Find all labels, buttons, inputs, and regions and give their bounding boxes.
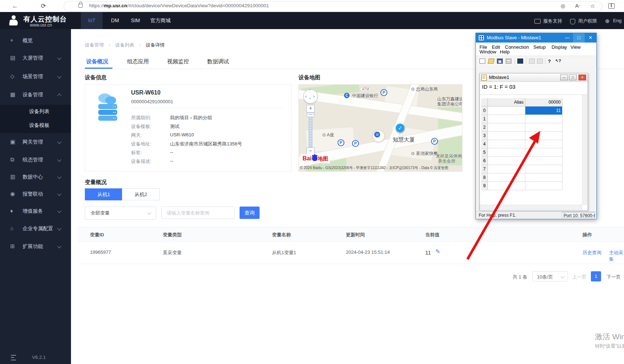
menu-view[interactable]: View: [570, 44, 581, 50]
display-mode-icon[interactable]: [517, 59, 523, 64]
save-icon[interactable]: [497, 59, 503, 64]
history-query-link[interactable]: 历史查询: [582, 249, 601, 256]
grid-value-cell[interactable]: [525, 115, 562, 123]
breadcrumb-current: 设备详情: [146, 42, 165, 48]
map-pan-control[interactable]: ˆˇ‹›: [303, 89, 318, 104]
search-button[interactable]: 查询: [240, 207, 260, 219]
variable-type-select[interactable]: 全部变量: [85, 207, 156, 220]
breadcrumb-item[interactable]: 设备管理: [85, 42, 104, 48]
context-help-icon[interactable]: ↖?: [555, 59, 561, 64]
tab-device-overview[interactable]: 设备概况: [86, 58, 108, 65]
grid-alias-cell[interactable]: [488, 165, 525, 173]
nav-tab-iot[interactable]: IoT: [81, 12, 103, 29]
grid-alias-cell[interactable]: [488, 132, 525, 140]
grid-value-cell[interactable]: [525, 182, 562, 190]
menu-help[interactable]: Help: [500, 49, 510, 55]
split-screen-icon[interactable]: [608, 3, 615, 9]
location-pin-icon[interactable]: ◎: [561, 0, 565, 12]
map-zoom-slider[interactable]: [309, 117, 312, 147]
sidebar-item-企业专属配置[interactable]: ⌂企业专属配置: [0, 225, 71, 232]
grid-value-cell[interactable]: [525, 173, 562, 182]
child-title-bar[interactable]: Mbslave1 — □ ✕: [480, 73, 588, 82]
log-icon[interactable]: [537, 59, 543, 64]
grid-value-cell[interactable]: [525, 132, 562, 140]
grid-alias-cell[interactable]: [488, 182, 525, 190]
language-switch[interactable]: Eng: [613, 18, 621, 23]
user-permission-link[interactable]: 用户权限: [578, 18, 597, 24]
breadcrumb-item[interactable]: 设备列表: [115, 42, 134, 48]
grid-alias-cell[interactable]: [488, 173, 525, 182]
child-minimize-button[interactable]: —: [560, 75, 568, 80]
sidebar-item-网关管理[interactable]: ▣网关管理: [0, 139, 71, 146]
grid-alias-cell[interactable]: [488, 157, 525, 165]
url-text[interactable]: https://mp.usr.cn/#/cloud/device/ViewDev…: [89, 3, 269, 8]
sidebar-item-概览[interactable]: ⌖概览: [0, 37, 71, 44]
sidebar-item-设备管理[interactable]: ▦设备管理: [0, 91, 71, 99]
service-support-link[interactable]: 服务支持: [543, 18, 562, 24]
modbus-title-bar[interactable]: Modbus Slave - Mbslave1 — □ ✕: [476, 33, 596, 43]
grid-value-cell[interactable]: [525, 165, 562, 173]
grid-value-cell[interactable]: [525, 123, 562, 132]
variable-search-input[interactable]: 请输入变量名称查询: [161, 207, 235, 219]
browser-refresh-icon[interactable]: ⟳: [41, 0, 46, 12]
grid-alias-cell[interactable]: [488, 115, 525, 123]
collapse-sidebar-icon[interactable]: [11, 355, 16, 360]
slave1-tab[interactable]: 从机1: [85, 188, 123, 200]
minimize-button[interactable]: —: [561, 33, 573, 43]
menu-display[interactable]: Display: [552, 44, 567, 50]
read-aloud-icon[interactable]: A”: [575, 0, 580, 13]
help-icon[interactable]: ?: [548, 59, 554, 64]
sidebar-item-设备列表[interactable]: 设备列表: [0, 108, 71, 115]
open-file-icon[interactable]: [488, 59, 494, 64]
next-page-button[interactable]: 下一页: [607, 274, 621, 280]
prev-page-button[interactable]: 上一页: [572, 274, 587, 280]
child-vertical-scrollbar[interactable]: [582, 95, 587, 205]
child-close-button[interactable]: ✕: [578, 75, 586, 80]
menu-setup[interactable]: Setup: [533, 44, 546, 50]
favorite-star-icon[interactable]: ☆: [590, 0, 595, 12]
active-collect-link[interactable]: 主动采集: [609, 249, 624, 263]
sidebar-item-增值服务[interactable]: ♦增值服务: [0, 208, 71, 215]
print-icon[interactable]: [506, 59, 512, 64]
sidebar-item-报警联动[interactable]: ◉报警联动: [0, 191, 71, 198]
sidebar-item-大屏管理[interactable]: ▤大屏管理: [0, 55, 71, 62]
new-file-icon[interactable]: [479, 59, 485, 64]
slave2-tab[interactable]: 从机2: [122, 188, 160, 200]
sidebar-item-扩展功能[interactable]: ⊞扩展功能: [0, 243, 71, 250]
tab-data-debug[interactable]: 数据调试: [207, 58, 229, 65]
mbslave1-child-window[interactable]: Mbslave1 — □ ✕ ID = 1: F = 03 Alias 0000…: [479, 73, 588, 211]
nav-tab-dm[interactable]: DM: [108, 12, 122, 29]
child-maximize-button[interactable]: □: [569, 75, 577, 80]
sidebar-item-场景管理[interactable]: ◇场景管理: [0, 73, 71, 80]
grid-value-cell[interactable]: [525, 148, 562, 157]
sidebar-item-label: 报警联动: [23, 191, 43, 197]
sidebar-item-组态管理[interactable]: ⧉组态管理: [0, 156, 71, 164]
grid-value-cell[interactable]: 11: [525, 107, 562, 115]
menu-window[interactable]: Window: [479, 49, 496, 55]
page-1-button[interactable]: 1: [591, 271, 601, 281]
tab-video-monitor[interactable]: 视频监控: [167, 58, 189, 65]
grid-alias-cell[interactable]: [488, 148, 525, 157]
nav-tab-sim[interactable]: SIM: [127, 12, 143, 29]
modbus-slave-window[interactable]: Modbus Slave - Mbslave1 — □ ✕ FileEditCo…: [475, 33, 597, 219]
edit-value-icon[interactable]: ✎: [435, 248, 440, 255]
connection-icon[interactable]: [529, 59, 535, 64]
device-location-marker[interactable]: ✓: [396, 124, 404, 132]
grid-value-cell[interactable]: [525, 140, 562, 148]
sidebar-item-设备模板[interactable]: 设备模板: [0, 122, 71, 129]
page-size-select[interactable]: 10条/页: [532, 271, 568, 281]
grid-alias-cell[interactable]: [488, 107, 525, 115]
child-horizontal-scrollbar[interactable]: [480, 205, 582, 210]
sidebar-item-数据中心[interactable]: ▥数据中心: [0, 173, 71, 181]
browser-back-icon[interactable]: ←: [12, 0, 18, 12]
device-map[interactable]: ˆˇ‹› + − C P P P P ⊟ ✓ ⊙ 总局山东局中国建设银行⊙ A座…: [299, 84, 462, 172]
grid-alias-cell[interactable]: [488, 140, 525, 148]
device-field-label: 所属组织:: [131, 115, 151, 121]
grid-alias-cell[interactable]: [488, 123, 525, 132]
tab-configuration-app[interactable]: 组态应用: [127, 58, 149, 65]
nav-tab-mall[interactable]: 官方商城: [148, 12, 173, 29]
maximize-button[interactable]: □: [573, 33, 585, 43]
close-button[interactable]: ✕: [585, 33, 596, 43]
map-zoom-in-button[interactable]: +: [307, 105, 315, 113]
grid-value-cell[interactable]: [525, 157, 562, 165]
